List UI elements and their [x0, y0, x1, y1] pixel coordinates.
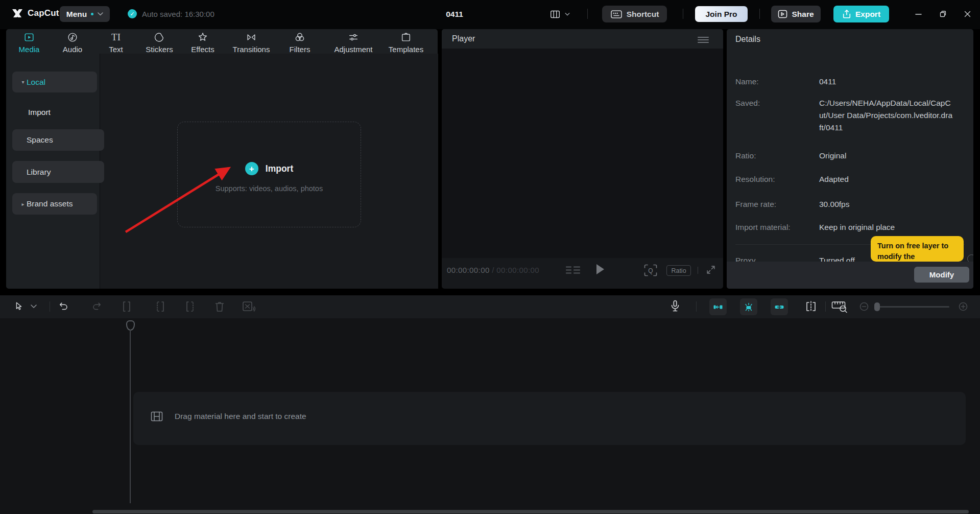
- import-plus-icon[interactable]: +: [245, 162, 258, 175]
- divider: [759, 9, 760, 19]
- tab-adjustment-label: Adjustment: [334, 45, 372, 54]
- details-bottom-bar: Modify: [727, 262, 973, 289]
- split-icon[interactable]: [122, 301, 132, 312]
- export-label: Export: [855, 10, 880, 19]
- player-panel: Player 00:00:00:00 / 00:00:00:00 Q Ratio: [442, 29, 723, 289]
- fullscreen-icon[interactable]: [705, 264, 716, 275]
- menu-button[interactable]: Menu: [60, 6, 110, 22]
- timeline-drop-zone[interactable]: Drag material here and start to create: [133, 392, 966, 445]
- sidebar-local-label: Local: [27, 78, 45, 87]
- autosave-check-icon: ✓: [128, 9, 137, 18]
- player-header: Player: [442, 29, 723, 49]
- tab-filters[interactable]: Filters: [277, 32, 323, 55]
- tab-stickers[interactable]: Stickers: [136, 32, 182, 55]
- ratio-label: Ratio: [671, 267, 686, 274]
- sidebar-spaces-label: Spaces: [27, 135, 53, 145]
- project-title: 0411: [419, 10, 490, 19]
- shortcut-button[interactable]: Shortcut: [602, 6, 667, 22]
- timeline-toolbar: [0, 295, 980, 318]
- share-button[interactable]: Share: [771, 6, 821, 22]
- caret-down-icon: ▾: [19, 79, 27, 85]
- restore-icon: [940, 11, 946, 17]
- sidebar-item-import[interactable]: Import: [12, 104, 106, 121]
- sidebar-item-brand-assets[interactable]: ▸ Brand assets: [12, 193, 97, 215]
- capcut-logo-icon: [11, 8, 23, 18]
- link-clips-toggle[interactable]: [771, 298, 788, 315]
- window-close-button[interactable]: [958, 6, 976, 22]
- timeline-horizontal-scrollbar[interactable]: [92, 510, 969, 513]
- trim-left-icon[interactable]: [155, 301, 165, 312]
- tab-effects-label: Effects: [191, 45, 214, 54]
- window-minimize-button[interactable]: [909, 6, 927, 22]
- auto-highlight-toggle[interactable]: [740, 298, 757, 315]
- tab-filters-label: Filters: [290, 45, 310, 54]
- tab-templates[interactable]: Templates: [383, 32, 429, 55]
- divider: [696, 301, 697, 312]
- sidebar-item-library[interactable]: Library: [12, 161, 104, 183]
- play-button[interactable]: [595, 263, 605, 275]
- extract-audio-icon[interactable]: [242, 300, 255, 313]
- zoom-out-icon[interactable]: [859, 302, 869, 311]
- details-title: Details: [735, 35, 760, 44]
- zoom-in-icon[interactable]: [959, 302, 968, 311]
- close-icon: [964, 11, 971, 17]
- share-icon: [778, 10, 787, 18]
- minimize-icon: [915, 11, 922, 17]
- autosave-status: ✓ Auto saved: 16:30:00: [128, 9, 214, 18]
- join-pro-button[interactable]: Join Pro: [695, 6, 748, 22]
- tab-media-label: Media: [19, 45, 40, 54]
- tab-effects[interactable]: Effects: [180, 32, 226, 55]
- player-timecode: 00:00:00:00 / 00:00:00:00: [447, 266, 539, 274]
- link-icon: [774, 302, 784, 312]
- sidebar-library-label: Library: [27, 168, 51, 177]
- tab-text[interactable]: TI Text: [93, 32, 139, 55]
- timeline-zoom-slider-handle[interactable]: [874, 302, 880, 311]
- zoom-fit-icon[interactable]: Q: [644, 264, 657, 276]
- sidebar-import-label: Import: [28, 108, 51, 117]
- undo-icon[interactable]: [58, 301, 69, 312]
- window-restore-button[interactable]: [934, 6, 952, 22]
- import-zone-subtitle: Supports: videos, audios, photos: [178, 184, 361, 193]
- templates-icon: [400, 32, 412, 43]
- split-preview-icon[interactable]: [804, 301, 818, 312]
- join-pro-label: Join Pro: [705, 10, 737, 19]
- trim-right-icon[interactable]: [185, 301, 195, 312]
- layout-switcher-button[interactable]: [548, 8, 573, 21]
- redo-icon[interactable]: [91, 301, 102, 312]
- text-tool-icon: TI: [111, 32, 121, 43]
- select-tool-icon[interactable]: [13, 301, 25, 312]
- magnetic-snap-toggle[interactable]: [709, 298, 727, 315]
- ratio-button[interactable]: Ratio: [666, 265, 691, 276]
- timeline-zoom-fit-icon[interactable]: [831, 300, 848, 313]
- player-menu-icon[interactable]: [698, 37, 709, 43]
- select-tool-dropdown-icon[interactable]: [31, 305, 37, 309]
- divider: [50, 301, 50, 312]
- sidebar-item-spaces[interactable]: Spaces: [12, 129, 104, 151]
- record-voiceover-icon[interactable]: [669, 299, 681, 314]
- modify-button[interactable]: Modify: [914, 267, 969, 283]
- import-drop-zone[interactable]: + Import Supports: videos, audios, photo…: [177, 122, 361, 227]
- playhead-line: [130, 330, 131, 503]
- export-button[interactable]: Export: [833, 6, 889, 22]
- transition-icon: [246, 32, 257, 43]
- svg-text:Q: Q: [648, 267, 653, 274]
- sidebar-item-local[interactable]: ▾ Local: [12, 72, 97, 92]
- timeline-zoom-slider[interactable]: [876, 306, 949, 308]
- magnetic-snap-icon: [713, 302, 723, 312]
- capcut-window: CapCut Menu ✓ Auto saved: 16:30:00 0411: [0, 0, 980, 514]
- audio-icon: [67, 32, 78, 43]
- tab-media[interactable]: Media: [6, 32, 52, 55]
- shortcut-label: Shortcut: [627, 10, 659, 19]
- delete-icon[interactable]: [214, 301, 225, 312]
- tab-transitions[interactable]: Transitions: [228, 32, 274, 55]
- playhead-handle[interactable]: [126, 320, 135, 331]
- adjustment-sliders-icon: [348, 32, 359, 43]
- tab-stickers-label: Stickers: [146, 45, 173, 54]
- export-icon: [842, 9, 851, 19]
- divider: [683, 9, 683, 19]
- tab-transitions-label: Transitions: [233, 45, 270, 54]
- media-panel: Media Audio TI Text Stickers Effects: [6, 29, 438, 289]
- clip-list-icon[interactable]: [565, 265, 581, 275]
- tab-audio[interactable]: Audio: [50, 32, 95, 55]
- tab-adjustment[interactable]: Adjustment: [330, 32, 376, 55]
